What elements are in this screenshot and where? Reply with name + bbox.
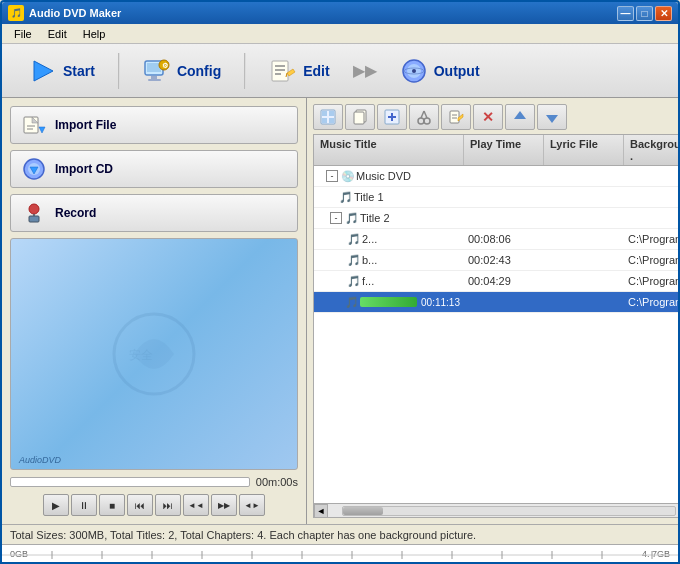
svg-rect-32 — [322, 111, 327, 116]
col-header-playtime: Play Time — [464, 135, 544, 165]
expand-icon[interactable]: - — [326, 170, 338, 182]
config-icon: ⚙ — [143, 57, 171, 85]
track-btn-edit[interactable] — [441, 104, 471, 130]
table-row[interactable]: 🎵 f... 00:04:29 C:\Program . — [314, 271, 678, 292]
track-btn-up[interactable] — [505, 104, 535, 130]
scroll-left-button[interactable]: ◄ — [314, 504, 328, 518]
title-icon: 🎵 — [344, 210, 360, 226]
track-btn-down[interactable] — [537, 104, 567, 130]
row-title-cell: 🎵 b... — [314, 250, 464, 270]
row-title: Title 1 — [354, 191, 384, 203]
row-title: f... — [362, 275, 374, 287]
next-transport-button[interactable]: ⏭ — [155, 494, 181, 516]
close-button[interactable]: ✕ — [655, 6, 672, 21]
transport-bar: ▶ ⏸ ■ ⏮ ⏭ ◄◄ ▶▶ ◄► — [10, 494, 298, 516]
svg-point-42 — [424, 118, 430, 124]
chapter-icon: 🎵 — [344, 294, 360, 310]
row-playtime — [464, 216, 544, 220]
track-table-header: Music Title Play Time Lyric File Backgro… — [314, 135, 678, 166]
chapter-icon: 🎵 — [346, 252, 362, 268]
toolbar: Start ⚙ Config — [2, 44, 678, 98]
record-label: Record — [55, 206, 96, 220]
track-btn-add[interactable] — [313, 104, 343, 130]
toolbar-arrows: ▶▶ — [353, 61, 377, 80]
scrollbar-thumb[interactable] — [343, 507, 383, 515]
play-transport-button[interactable]: ▶ — [43, 494, 69, 516]
track-btn-add2[interactable] — [377, 104, 407, 130]
prev-transport-button[interactable]: ⏮ — [127, 494, 153, 516]
svg-rect-7 — [272, 61, 288, 81]
menu-file[interactable]: File — [6, 26, 40, 42]
menu-edit[interactable]: Edit — [40, 26, 75, 42]
row-lyric — [544, 237, 624, 241]
track-table: Music Title Play Time Lyric File Backgro… — [313, 134, 678, 518]
preview-area: 安全 AudioDVD — [10, 238, 298, 470]
table-row[interactable]: 🎵 b... 00:02:43 C:\Program . — [314, 250, 678, 271]
table-row[interactable]: 🎵 2... 00:08:06 C:\Program . — [314, 229, 678, 250]
main-content: Import File Import CD — [2, 98, 678, 524]
row-bg — [624, 216, 678, 220]
svg-rect-35 — [329, 118, 334, 123]
row-bg: C:\Program . — [624, 231, 678, 247]
pause-transport-button[interactable]: ⏸ — [71, 494, 97, 516]
edit-button[interactable]: Edit — [250, 49, 348, 93]
toolbar-sep-1 — [118, 53, 120, 89]
row-playtime — [464, 195, 544, 199]
more-button[interactable]: ◄► — [239, 494, 265, 516]
row-title-cell: - 💿 Music DVD — [314, 166, 464, 186]
table-row[interactable]: 🎵 00:11:13 C:\Program . — [314, 292, 678, 313]
table-row[interactable]: - 💿 Music DVD — [314, 166, 678, 187]
track-name-bar — [360, 297, 417, 307]
scrollbar-area: ◄ ► — [314, 503, 678, 517]
row-bg — [624, 174, 678, 178]
scrollbar-track — [342, 506, 676, 516]
menu-bar: File Edit Help — [2, 24, 678, 44]
row-lyric — [544, 279, 624, 283]
row-lyric — [544, 258, 624, 262]
svg-rect-33 — [329, 111, 334, 116]
expand-icon[interactable]: - — [330, 212, 342, 224]
left-panel: Import File Import CD — [2, 98, 307, 524]
record-button[interactable]: Record — [10, 194, 298, 232]
output-label: Output — [434, 63, 480, 79]
start-button[interactable]: Start — [10, 49, 114, 93]
col-header-lyric: Lyric File — [544, 135, 624, 165]
row-playtime: 00:04:29 — [464, 273, 544, 289]
svg-text:⚙: ⚙ — [161, 62, 167, 69]
minimize-button[interactable]: — — [617, 6, 634, 21]
svg-point-26 — [29, 204, 39, 214]
svg-marker-21 — [39, 127, 45, 133]
track-btn-copy[interactable] — [345, 104, 375, 130]
menu-help[interactable]: Help — [75, 26, 114, 42]
track-btn-cut[interactable] — [409, 104, 439, 130]
output-button[interactable]: Output — [381, 49, 499, 93]
row-bg: C:\Program . — [624, 252, 678, 268]
progress-area: 00m:00s — [10, 476, 298, 488]
import-cd-button[interactable]: Import CD — [10, 150, 298, 188]
config-label: Config — [177, 63, 221, 79]
import-file-button[interactable]: Import File — [10, 106, 298, 144]
row-title: b... — [362, 254, 377, 266]
progress-time: 00m:00s — [256, 476, 298, 488]
vol-up-button[interactable]: ▶▶ — [211, 494, 237, 516]
track-btn-delete[interactable]: ✕ — [473, 104, 503, 130]
import-file-icon — [21, 112, 47, 138]
svg-rect-3 — [151, 76, 157, 79]
window-title: Audio DVD Maker — [29, 7, 121, 19]
import-cd-label: Import CD — [55, 162, 113, 176]
row-lyric — [544, 216, 624, 220]
row-title-cell: 🎵 Title 1 — [314, 187, 464, 207]
row-title-cell: 🎵 f... — [314, 271, 464, 291]
config-button[interactable]: ⚙ Config — [124, 49, 240, 93]
output-icon — [400, 57, 428, 85]
window-controls: — □ ✕ — [617, 6, 672, 21]
right-panel: ✕ Music Title Play Time Lyric Fil — [307, 98, 678, 524]
record-icon — [21, 200, 47, 226]
row-lyric — [544, 174, 624, 178]
vol-down-button[interactable]: ◄◄ — [183, 494, 209, 516]
maximize-button[interactable]: □ — [636, 6, 653, 21]
chapter-icon: 🎵 — [346, 273, 362, 289]
table-row[interactable]: 🎵 Title 1 — [314, 187, 678, 208]
table-row[interactable]: - 🎵 Title 2 — [314, 208, 678, 229]
stop-transport-button[interactable]: ■ — [99, 494, 125, 516]
